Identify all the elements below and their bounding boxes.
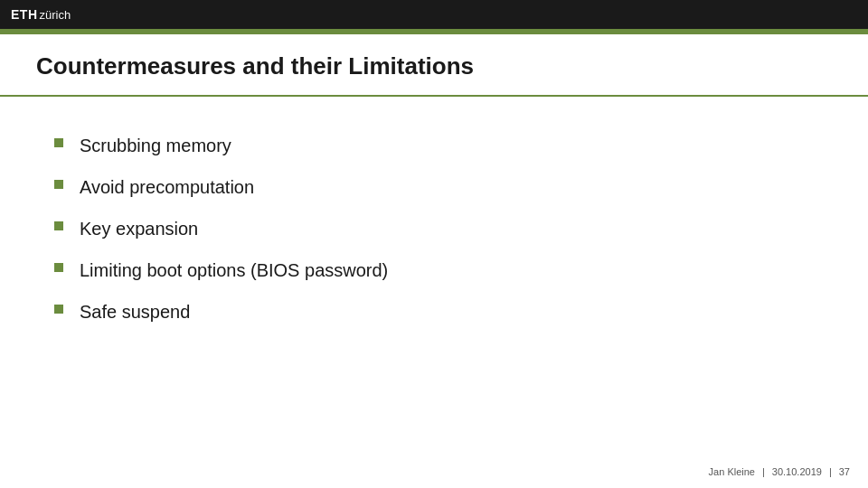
title-section: Countermeasures and their Limitations [0, 34, 868, 97]
list-item-text: Avoid precomputation [80, 174, 254, 200]
footer-separator-1: | [762, 466, 765, 477]
eth-zurich-text: zürich [40, 8, 71, 22]
footer-author: Jan Kleine [709, 466, 755, 477]
list-item: Avoid precomputation [54, 174, 814, 200]
bullet-list: Scrubbing memoryAvoid precomputationKey … [54, 133, 814, 324]
list-item-text: Scrubbing memory [80, 133, 231, 158]
bullet-icon [54, 138, 63, 147]
list-item-text: Limiting boot options (BIOS password) [80, 258, 388, 283]
footer-slide: 37 [839, 466, 850, 477]
page-title: Countermeasures and their Limitations [36, 52, 832, 80]
list-item: Safe suspend [54, 299, 814, 324]
footer: Jan Kleine | 30.10.2019 | 37 [709, 466, 850, 477]
list-item: Scrubbing memory [54, 133, 814, 158]
list-item: Key expansion [54, 216, 814, 241]
eth-text: ETH [11, 7, 38, 22]
bullet-icon [54, 263, 63, 272]
bullet-icon [54, 305, 63, 314]
footer-separator-2: | [829, 466, 832, 477]
eth-logo: ETH zürich [11, 7, 71, 22]
header-bar: ETH zürich [0, 0, 868, 29]
list-item: Limiting boot options (BIOS password) [54, 258, 814, 283]
main-content: Scrubbing memoryAvoid precomputationKey … [0, 97, 868, 368]
list-item-text: Key expansion [80, 216, 198, 241]
bullet-icon [54, 180, 63, 189]
footer-date: 30.10.2019 [772, 466, 822, 477]
list-item-text: Safe suspend [80, 299, 190, 324]
bullet-icon [54, 221, 63, 230]
